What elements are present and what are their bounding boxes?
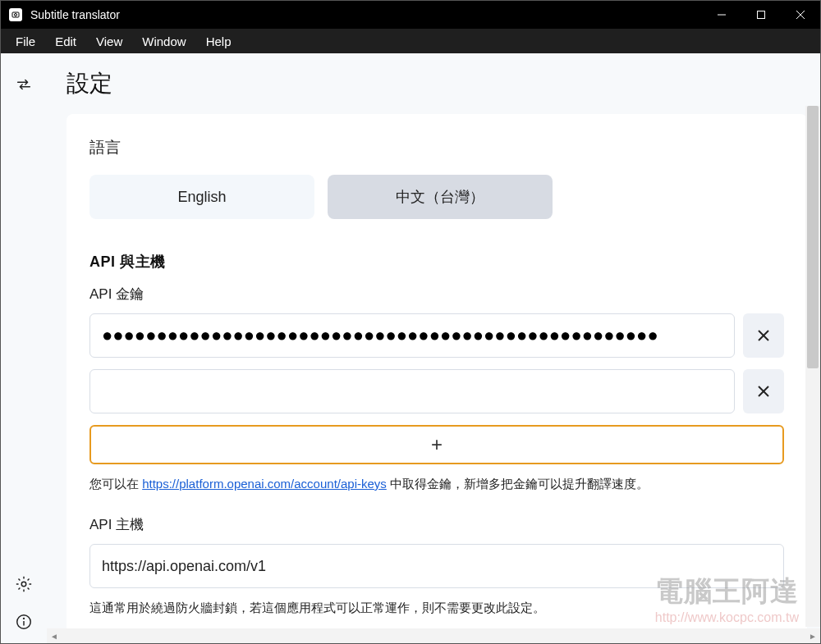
menu-file[interactable]: File — [6, 31, 45, 52]
page-title: 設定 — [67, 53, 814, 114]
language-option-english[interactable]: English — [89, 175, 314, 219]
hint-suffix: 中取得金鑰，新增多把金鑰可以提升翻譯速度。 — [387, 477, 649, 491]
plus-icon: + — [431, 433, 443, 456]
api-key-input-0[interactable] — [89, 313, 735, 358]
svg-point-1 — [15, 14, 17, 16]
language-label: 語言 — [89, 137, 784, 158]
horizontal-scrollbar[interactable]: ◄ ► — [47, 628, 820, 643]
api-host-label: API 主機 — [89, 515, 784, 534]
api-key-input-1[interactable] — [89, 369, 735, 413]
sidebar-info-button[interactable] — [7, 605, 40, 638]
window-close-button[interactable] — [781, 1, 820, 29]
window-minimize-button[interactable] — [702, 1, 741, 29]
scroll-right-arrow[interactable]: ► — [805, 628, 820, 643]
settings-card: 語言 English 中文（台灣） API 與主機 API 金鑰 — [67, 114, 807, 628]
info-icon — [15, 613, 33, 631]
sidebar-settings-button[interactable] — [7, 568, 40, 601]
window-titlebar: Subtitle translator — [1, 1, 820, 29]
api-key-remove-0[interactable] — [743, 313, 784, 358]
language-toggle-group: English 中文（台灣） — [89, 175, 784, 219]
svg-point-6 — [21, 582, 26, 587]
menubar: File Edit View Window Help — [1, 29, 820, 53]
scroll-track[interactable] — [62, 628, 805, 643]
swap-icon — [15, 75, 33, 94]
close-icon — [757, 385, 770, 398]
api-key-row — [89, 369, 784, 413]
api-key-label: API 金鑰 — [89, 285, 784, 304]
svg-point-9 — [24, 618, 25, 619]
api-key-remove-1[interactable] — [743, 369, 784, 413]
api-host-hint: 這通常用於繞過防火牆封鎖，若這個應用程式可以正常運作，則不需要更改此設定。 — [89, 598, 784, 618]
hint-prefix: 您可以在 — [89, 477, 142, 491]
menu-view[interactable]: View — [86, 31, 132, 52]
window-maximize-button[interactable] — [741, 1, 781, 29]
api-heading: API 與主機 — [89, 252, 784, 272]
svg-rect-3 — [758, 11, 765, 19]
gear-icon — [15, 575, 33, 593]
api-key-hint: 您可以在 https://platform.openai.com/account… — [89, 474, 784, 494]
scroll-left-arrow[interactable]: ◄ — [47, 628, 62, 643]
vertical-scrollbar[interactable] — [805, 106, 820, 627]
svg-rect-0 — [12, 12, 19, 17]
api-key-link[interactable]: https://platform.openai.com/account/api-… — [142, 477, 387, 491]
api-key-row — [89, 313, 784, 358]
api-host-input[interactable] — [89, 544, 784, 588]
close-icon — [757, 329, 770, 342]
app-icon — [9, 8, 22, 21]
menu-edit[interactable]: Edit — [45, 31, 86, 52]
menu-window[interactable]: Window — [132, 31, 195, 52]
window-title: Subtitle translator — [30, 8, 702, 21]
api-key-add-button[interactable]: + — [89, 425, 784, 464]
sidebar-swap-button[interactable] — [7, 68, 40, 101]
scroll-thumb[interactable] — [807, 106, 819, 368]
menu-help[interactable]: Help — [196, 31, 241, 52]
language-option-zhtw[interactable]: 中文（台灣） — [328, 175, 553, 219]
sidebar — [1, 53, 47, 643]
